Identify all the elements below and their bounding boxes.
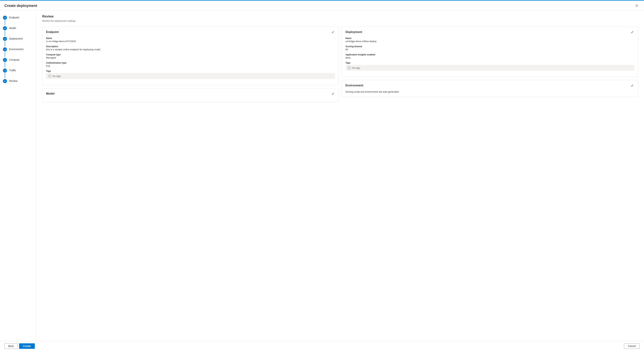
sidebar-item-compute[interactable]: Compute <box>0 57 36 68</box>
environment-card-title: Environment <box>346 84 364 87</box>
step-line-endpoint <box>5 20 5 25</box>
step-line-deployment <box>5 41 5 46</box>
deployment-appinsights-label: Application Insights enabled <box>346 53 634 56</box>
environment-card-header: Environment <box>346 84 634 88</box>
step-circle-traffic <box>3 69 7 73</box>
endpoint-tags-info-icon: i <box>48 75 51 78</box>
step-line-spacer-review <box>5 84 5 89</box>
cancel-button[interactable]: Cancel <box>624 343 640 349</box>
step-label-deployment: Deployment <box>9 37 23 40</box>
endpoint-name-value: ic-mc-fridge-items-07272031 <box>46 40 335 43</box>
dialog-title: Create deployment <box>4 4 37 8</box>
endpoint-tags-label: Tags <box>46 70 335 72</box>
sidebar-item-review[interactable]: Review <box>0 78 36 89</box>
deployment-tags-empty-text: No tags <box>352 67 360 69</box>
step-circle-environment <box>3 47 7 51</box>
step-circle-compute <box>3 58 7 62</box>
model-edit-button[interactable] <box>331 92 335 96</box>
deployment-name-group: Name od-fridge-items-mlflow-deploy <box>346 37 634 43</box>
endpoint-card-header: Endpoint <box>46 31 335 34</box>
endpoint-compute-group: Compute type Managed <box>46 53 335 59</box>
endpoint-name-label: Name <box>46 37 335 40</box>
sidebar-item-deployment[interactable]: Deployment <box>0 36 36 46</box>
deployment-timeout-value: 60 <box>346 48 634 51</box>
step-label-environment: Environment <box>9 47 24 51</box>
create-button[interactable]: Create <box>19 343 35 349</box>
endpoint-tags-group: Tags i No tags <box>46 70 335 79</box>
main-content: Review Review the deployment settings En… <box>36 10 644 341</box>
deployment-appinsights-value: false <box>346 56 634 59</box>
deployment-tags-group: Tags i No tags <box>346 62 634 71</box>
environment-card: Environment Scoring script and environme… <box>342 80 638 97</box>
step-line-environment <box>5 52 5 57</box>
deployment-edit-button[interactable] <box>630 31 634 34</box>
endpoint-auth-value: Key <box>46 65 335 67</box>
deployment-tags-box: i No tags <box>346 65 634 71</box>
deployment-timeout-group: Scoring timeout 60 <box>346 45 634 51</box>
step-circle-deployment <box>3 37 7 41</box>
review-section-title: Review <box>42 15 638 19</box>
environment-description: Scoring script and environment are auto … <box>346 90 634 93</box>
deployment-card-header: Deployment <box>346 31 634 34</box>
deployment-card-title: Deployment <box>346 31 362 34</box>
endpoint-card: Endpoint Name ic-mc-fridge-items-0727203… <box>42 27 339 85</box>
deployment-card: Deployment Name od-fridge-items-mlflow-d… <box>342 27 638 77</box>
review-section-subtitle: Review the deployment settings <box>42 20 638 22</box>
close-button[interactable] <box>634 4 640 8</box>
dialog-footer: Back Create Cancel <box>0 341 644 351</box>
deployment-tags-info-icon: i <box>348 66 351 69</box>
step-line-traffic <box>5 73 5 78</box>
step-circle-endpoint <box>3 16 7 20</box>
step-label-traffic: Traffic <box>9 69 16 72</box>
right-column: Deployment Name od-fridge-items-mlflow-d… <box>342 27 638 102</box>
endpoint-description-label: Description <box>46 45 335 48</box>
model-card: Model <box>42 88 339 102</box>
cards-grid: Endpoint Name ic-mc-fridge-items-0727203… <box>42 27 638 102</box>
endpoint-tags-empty-text: No tags <box>52 75 61 78</box>
step-label-compute: Compute <box>9 58 20 61</box>
endpoint-description-value: this is a sample online endpoint for dep… <box>46 48 335 51</box>
step-label-endpoint: Endpoint <box>9 16 19 19</box>
back-button[interactable]: Back <box>4 343 18 349</box>
deployment-appinsights-group: Application Insights enabled false <box>346 53 634 59</box>
model-card-header: Model <box>46 92 335 96</box>
endpoint-auth-group: Authentication type Key <box>46 62 335 67</box>
step-line-compute <box>5 62 5 68</box>
step-label-model: Model <box>9 26 16 30</box>
create-deployment-dialog: Create deployment Endpoint <box>0 0 644 351</box>
sidebar-item-endpoint[interactable]: Endpoint <box>0 15 36 25</box>
deployment-timeout-label: Scoring timeout <box>346 45 634 48</box>
step-line-model <box>5 31 5 36</box>
left-column: Endpoint Name ic-mc-fridge-items-0727203… <box>42 27 339 102</box>
deployment-name-value: od-fridge-items-mlflow-deploy <box>346 40 634 43</box>
endpoint-description-group: Description this is a sample online endp… <box>46 45 335 51</box>
endpoint-edit-button[interactable] <box>331 31 335 34</box>
deployment-name-label: Name <box>346 37 634 40</box>
endpoint-card-title: Endpoint <box>46 31 59 34</box>
step-label-review: Review <box>9 79 18 82</box>
sidebar-item-model[interactable]: Model <box>0 25 36 36</box>
dialog-header: Create deployment <box>0 1 644 10</box>
sidebar-item-environment[interactable]: Environment <box>0 46 36 57</box>
environment-edit-button[interactable] <box>630 84 634 88</box>
deployment-tags-label: Tags <box>346 62 634 64</box>
sidebar: Endpoint Model <box>0 10 36 341</box>
step-circle-review <box>3 79 7 83</box>
endpoint-compute-label: Compute type <box>46 53 335 56</box>
endpoint-compute-value: Managed <box>46 56 335 59</box>
model-card-title: Model <box>46 92 54 95</box>
endpoint-tags-box: i No tags <box>46 73 335 79</box>
dialog-body: Endpoint Model <box>0 10 644 341</box>
endpoint-name-group: Name ic-mc-fridge-items-07272031 <box>46 37 335 43</box>
endpoint-auth-label: Authentication type <box>46 62 335 64</box>
step-circle-model <box>3 26 7 30</box>
sidebar-item-traffic[interactable]: Traffic <box>0 68 36 78</box>
